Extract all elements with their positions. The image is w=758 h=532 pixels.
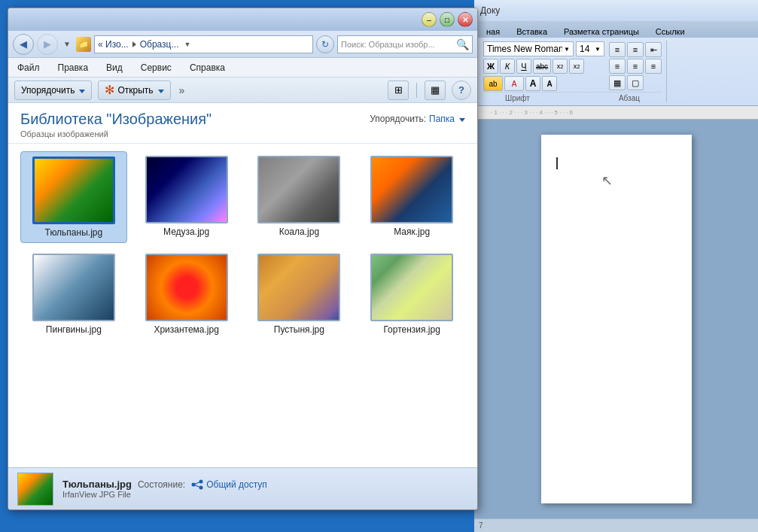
file-item-hydrangea[interactable]: Гортензия.jpg	[358, 249, 465, 339]
file-item-koala[interactable]: Коала.jpg	[246, 151, 353, 243]
penguins-image	[34, 255, 114, 320]
library-subtitle: Образцы изображений	[20, 129, 212, 138]
address-part1: « Изо...	[98, 39, 129, 50]
share-icon	[191, 479, 203, 490]
file-name-chrysanthemum: Хризантема.jpg	[154, 324, 219, 335]
sort-dropdown-icon[interactable]	[458, 114, 465, 124]
minimize-button[interactable]: –	[422, 12, 437, 27]
file-name-desert: Пустыня.jpg	[274, 324, 324, 335]
indent-decrease-button[interactable]: ⇤	[645, 42, 662, 57]
word-tab-insert[interactable]: Вставка	[509, 26, 555, 38]
status-file-info: Тюльпаны.jpg Состояние: Общий доступ Irf…	[62, 479, 468, 499]
library-title: Библиотека "Изображения"	[20, 111, 212, 128]
sort-value[interactable]: Папка	[429, 114, 455, 124]
file-item-desert[interactable]: Пустыня.jpg	[246, 249, 353, 339]
file-thumb-hydrangea	[370, 254, 453, 321]
highlight-button[interactable]: ab	[483, 76, 503, 91]
word-ribbon-area: ная Вставка Разметка страницы Ссылки T	[474, 21, 758, 106]
folder-icon: 📁	[76, 37, 91, 52]
word-tab-home[interactable]: ная	[479, 26, 507, 38]
recent-dropdown[interactable]: ▼	[62, 40, 72, 49]
close-button[interactable]: ✕	[458, 12, 473, 27]
align-right-button[interactable]: ≡	[645, 59, 662, 74]
file-thumb-koala	[257, 156, 340, 223]
word-ribbon-content: Times New Roman ▼ 14 ▼ Ж	[474, 38, 758, 105]
italic-button[interactable]: К	[500, 59, 515, 74]
bold-button[interactable]: Ж	[483, 59, 498, 74]
font-size-shrink-button[interactable]: A	[542, 76, 557, 91]
forward-button[interactable]: ▶	[37, 34, 58, 55]
mouse-cursor-indicator: ↖	[601, 172, 613, 189]
search-icon[interactable]: 🔍	[456, 38, 469, 50]
font-size-selector[interactable]: 14 ▼	[576, 41, 604, 56]
address-chevron	[131, 39, 138, 50]
explorer-titlebar: – □ ✕	[8, 8, 477, 31]
menu-edit[interactable]: Правка	[55, 61, 92, 74]
status-state-label: Состояние:	[138, 479, 185, 490]
word-tab-layout[interactable]: Разметка страницы	[556, 26, 647, 38]
file-thumb-tulips	[32, 157, 115, 224]
font-color-button[interactable]: A	[504, 76, 524, 91]
lighthouse-image	[372, 157, 452, 222]
search-bar[interactable]: Поиск: Образцы изобр... 🔍	[337, 35, 473, 53]
word-document-area: ↖	[474, 120, 758, 518]
file-item-jellyfish[interactable]: Медуза.jpg	[133, 151, 240, 243]
chrysanthemum-image	[147, 255, 227, 320]
word-ruler: · 1 · · · 2 · · · 3 · · · 4 · · · 5 · · …	[474, 106, 758, 120]
library-header: Библиотека "Изображения" Образцы изображ…	[8, 103, 477, 144]
status-state-value: Общий доступ	[191, 479, 267, 490]
numbering-button[interactable]: ≡	[627, 42, 644, 57]
font-name-dropdown-icon: ▼	[564, 46, 570, 53]
font-name-selector[interactable]: Times New Roman ▼	[483, 41, 574, 56]
status-filetype: IrfanView JPG File	[62, 490, 468, 499]
file-item-lighthouse[interactable]: Маяк.jpg	[358, 151, 465, 243]
file-item-chrysanthemum[interactable]: Хризантема.jpg	[133, 249, 240, 339]
bullets-button[interactable]: ≡	[609, 42, 626, 57]
help-button[interactable]: ?	[452, 81, 471, 100]
organize-dropdown-icon	[78, 85, 85, 96]
menu-help[interactable]: Справка	[187, 61, 228, 74]
back-button[interactable]: ◀	[13, 34, 34, 55]
file-item-penguins[interactable]: Пингвины.jpg	[20, 249, 127, 339]
file-thumb-penguins	[32, 254, 115, 321]
sort-label: Упорядочить:	[370, 114, 426, 124]
status-thumbnail	[17, 473, 53, 506]
paragraph-shade-button[interactable]: ▦	[609, 75, 626, 90]
open-button[interactable]: ✻ Открыть	[98, 81, 170, 100]
refresh-button[interactable]: ↻	[316, 35, 334, 53]
word-font-controls-top: Times New Roman ▼ 14 ▼ Ж	[483, 41, 662, 92]
organize-button[interactable]: Упорядочить	[14, 81, 92, 100]
word-tabs-strip: ная Вставка Разметка страницы Ссылки	[474, 21, 758, 38]
preview-pane-button[interactable]: ▦	[425, 81, 446, 100]
font-size-grow-button[interactable]: A	[525, 76, 540, 91]
superscript-button[interactable]: x2	[569, 59, 584, 74]
address-bar[interactable]: « Изо... Образц... ▼	[94, 35, 313, 53]
underline-button[interactable]: Ч	[516, 59, 531, 74]
maximize-button[interactable]: □	[440, 12, 455, 27]
file-thumb-chrysanthemum	[145, 254, 228, 321]
strikethrough-button[interactable]: abc	[533, 59, 551, 74]
text-cursor	[556, 157, 558, 169]
open-dropdown-icon	[157, 85, 164, 96]
address-dropdown-icon[interactable]: ▼	[184, 41, 190, 48]
tulips-image	[35, 159, 113, 222]
word-tab-refs[interactable]: Ссылки	[648, 26, 693, 38]
border-button[interactable]: ▢	[627, 75, 644, 90]
toolbar-divider	[416, 83, 417, 98]
menu-view[interactable]: Вид	[103, 61, 126, 74]
align-left-button[interactable]: ≡	[609, 59, 626, 74]
desert-image	[259, 255, 339, 320]
explorer-toolbar: Упорядочить ✻ Открыть » ⊞ ▦ ?	[8, 78, 477, 103]
word-quick-access-bar: Доку	[474, 0, 758, 21]
word-font-section: Times New Roman ▼ 14 ▼ Ж	[479, 41, 667, 102]
file-name-jellyfish: Медуза.jpg	[163, 226, 209, 237]
menu-file[interactable]: Файл	[14, 61, 43, 74]
menu-service[interactable]: Сервис	[138, 61, 175, 74]
file-thumb-lighthouse	[370, 156, 453, 223]
view-toggle-button[interactable]: ⊞	[388, 81, 409, 100]
subscript-button[interactable]: x2	[553, 59, 568, 74]
word-statusbar: 7	[474, 518, 758, 532]
file-item-tulips[interactable]: Тюльпаны.jpg	[20, 151, 127, 243]
toolbar-more-button[interactable]: »	[177, 84, 187, 96]
align-center-button[interactable]: ≡	[627, 59, 644, 74]
